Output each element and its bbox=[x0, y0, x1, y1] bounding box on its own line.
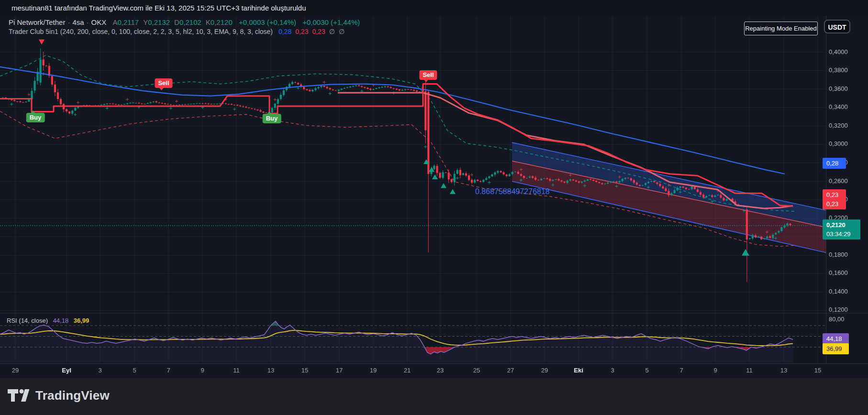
price-axis-label: 0,2600 bbox=[829, 177, 848, 185]
time-axis-tick: 21 bbox=[404, 367, 411, 374]
price-axis-label: 0,3000 bbox=[829, 140, 848, 147]
symbol-title[interactable]: Pi Network/Tether bbox=[9, 18, 65, 26]
rsi-name[interactable]: RSI bbox=[7, 317, 17, 324]
interval-label[interactable]: 4sa bbox=[72, 18, 84, 26]
rsi-value: 44,18 bbox=[53, 317, 69, 324]
indicator-name[interactable]: Trader Club 5in1 bbox=[9, 28, 58, 35]
time-axis-tick: Eyl bbox=[62, 367, 71, 374]
price-axis-label: 0,1800 bbox=[829, 251, 848, 258]
price-axis-badge: 44,18 bbox=[823, 333, 849, 344]
indicator-value: 0,23 bbox=[312, 28, 325, 35]
indicator-value: ∅ bbox=[329, 28, 335, 35]
time-axis-tick: 11 bbox=[233, 367, 240, 374]
indicator-legend[interactable]: Trader Club 5in1 (240, 200, close, 0, 10… bbox=[9, 28, 345, 35]
time-axis[interactable]: 29Eyl357911131517192123252729Eki35791113… bbox=[0, 363, 868, 378]
time-axis-tick: 7 bbox=[679, 367, 683, 374]
tradingview-logo-icon bbox=[8, 389, 30, 402]
ohlc-value: 0,2102 bbox=[179, 18, 201, 26]
indicator-value: ∅ bbox=[339, 28, 345, 35]
time-axis-tick: 3 bbox=[98, 367, 101, 374]
tradingview-chart-screenshot: mesutinan81 tarafından TradingView.com i… bbox=[0, 0, 868, 415]
time-axis-tick: 9 bbox=[200, 367, 204, 374]
time-axis-tick: 27 bbox=[507, 367, 514, 374]
time-axis-tick: 13 bbox=[780, 367, 787, 374]
symbol-legend[interactable]: Pi Network/Tether·4sa·OKX A0,2117Y0,2132… bbox=[9, 18, 360, 26]
buy-signal-label: Buy bbox=[263, 114, 281, 123]
ohlc-key: D bbox=[174, 18, 179, 26]
time-axis-tick: Eki bbox=[574, 367, 583, 374]
sell-signal-label: Sell bbox=[419, 70, 437, 80]
ohlc-value: 0,2120 bbox=[211, 18, 233, 26]
price-axis-label: 0,3800 bbox=[829, 66, 848, 74]
time-axis-tick: 17 bbox=[336, 367, 343, 374]
time-axis-tick: 5 bbox=[645, 367, 648, 374]
price-axis-badge: 0,230,23 bbox=[823, 189, 846, 209]
price-axis-badge: 0,28 bbox=[823, 158, 846, 169]
price-axis-badge: 0,212003:34:29 bbox=[823, 219, 860, 240]
exchange-label[interactable]: OKX bbox=[91, 18, 107, 26]
ohlc-values: A0,2117Y0,2132D0,2102K0,2120 bbox=[108, 18, 232, 26]
ohlc-value: 0,2132 bbox=[148, 18, 170, 26]
time-axis-tick: 19 bbox=[370, 367, 377, 374]
time-axis-tick: 13 bbox=[267, 367, 274, 374]
price-axis-label: 0,1600 bbox=[829, 269, 848, 276]
attribution-bar: mesutinan81 tarafından TradingView.com i… bbox=[0, 0, 868, 16]
time-axis-tick: 15 bbox=[301, 367, 308, 374]
footer-bar: TradingView bbox=[0, 378, 868, 415]
price-axis-label: 0,1400 bbox=[829, 288, 848, 295]
price-axis-label: 0,3200 bbox=[829, 122, 848, 129]
indicator-params: (240, 200, close, 0, 100, close, 2, 2, 3… bbox=[60, 28, 273, 35]
repainting-mode-button[interactable]: Repainting Mode Enabled bbox=[744, 22, 818, 35]
time-axis-tick: 11 bbox=[746, 367, 753, 374]
time-axis-tick: 29 bbox=[12, 367, 19, 374]
change-value: +0,0003 (+0,14%) bbox=[239, 18, 296, 26]
ohlc-key: Y bbox=[143, 18, 148, 26]
tradingview-logo[interactable]: TradingView bbox=[8, 388, 110, 403]
time-axis-tick: 29 bbox=[541, 367, 548, 374]
attribution-text: mesutinan81 tarafından TradingView.com i… bbox=[11, 4, 306, 12]
indicator-values: 0,280,230,23∅∅ bbox=[275, 28, 345, 35]
rsi-ma-value: 36,99 bbox=[74, 317, 89, 324]
price-axis-label: 0,3400 bbox=[829, 103, 848, 110]
time-axis-tick: 23 bbox=[437, 367, 444, 374]
time-axis-tick: 25 bbox=[473, 367, 480, 374]
time-axis-tick: 15 bbox=[814, 367, 821, 374]
trendline-value-label: 0.8687588497276818 bbox=[475, 187, 550, 196]
indicator-value: 0,23 bbox=[295, 28, 308, 35]
time-axis-tick: 5 bbox=[133, 367, 136, 374]
ohlc-key: A bbox=[112, 18, 117, 26]
ohlc-key: K bbox=[206, 18, 211, 26]
time-axis-tick: 7 bbox=[167, 367, 170, 374]
rsi-params: (14, close) bbox=[19, 317, 48, 324]
buy-signal-label: Buy bbox=[26, 113, 45, 122]
price-chart-canvas[interactable] bbox=[0, 16, 868, 363]
price-axis-label: 0,3600 bbox=[829, 85, 848, 92]
price-axis-badge: 36,99 bbox=[823, 343, 849, 354]
rsi-legend[interactable]: RSI (14, close) 44,18 36,99 bbox=[7, 317, 89, 324]
tradingview-logo-text: TradingView bbox=[35, 388, 110, 403]
indicator-value: 0,28 bbox=[278, 28, 291, 35]
time-axis-tick: 9 bbox=[713, 367, 717, 374]
currency-toggle-button[interactable]: USDT bbox=[824, 20, 850, 33]
price-axis-label: 0,1200 bbox=[829, 306, 848, 313]
sell-signal-label: Sell bbox=[155, 78, 172, 88]
price-axis-label: 80,00 bbox=[829, 316, 845, 323]
ohlc-value: 0,2117 bbox=[117, 18, 139, 26]
price-axis-label: 0,4000 bbox=[829, 48, 848, 55]
change-value-2: +0,0030 (+1,44%) bbox=[302, 18, 360, 26]
time-axis-tick: 3 bbox=[611, 367, 614, 374]
